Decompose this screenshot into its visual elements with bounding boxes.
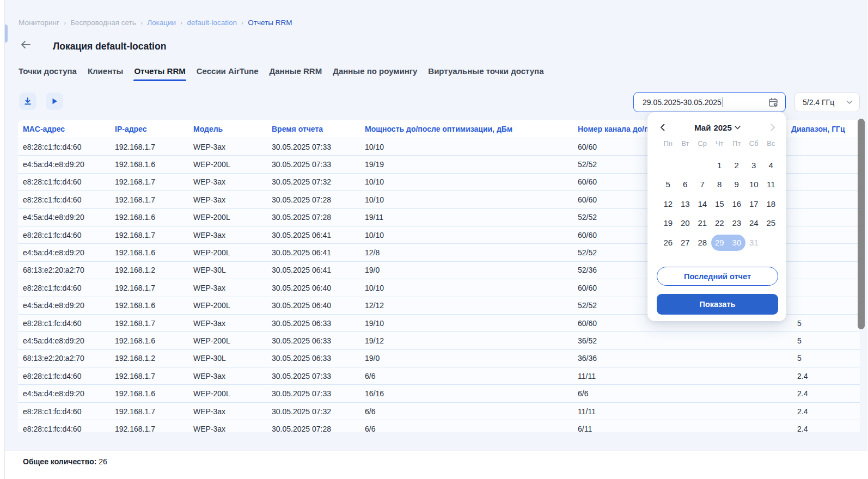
breadcrumb-item[interactable]: Локации [147,19,176,27]
breadcrumb-item[interactable]: default-location [187,19,237,27]
table-cell: 192.168.1.2 [110,349,188,367]
calendar-day[interactable]: 16 [728,196,745,212]
calendar-day[interactable]: 21 [694,215,711,231]
calendar-day[interactable]: 24 [745,215,763,231]
table-cell: 30.05.2025 07:32 [267,402,360,420]
table-cell: e8:28:c1:fc:d4:60 [18,314,110,331]
date-range-value: 29.05.2025-30.05.2025 [643,98,722,107]
month-year-selector[interactable]: Май 2025 [694,123,741,132]
calendar-day[interactable]: 15 [711,196,729,212]
band-select[interactable]: 5/2.4 ГГц [794,92,860,112]
calendar-day [694,157,711,174]
calendar-day [659,157,677,174]
calendar-day [762,235,780,251]
weekday-label: Ср [694,139,711,148]
weekday-label: Вт [677,139,694,148]
tab-rrm-data[interactable]: Данные RRM [269,66,323,81]
calendar-day[interactable]: 18 [762,196,780,212]
tab-virtual-access-points[interactable]: Виртуальные точки доступа [427,66,544,81]
calendar-day[interactable]: 2 [728,157,745,174]
table-cell: WEP-200L [188,155,267,173]
download-report-button[interactable] [19,93,36,110]
tab-roaming-data[interactable]: Данные по роумингу [332,66,418,81]
calendar-day[interactable]: 4 [762,157,780,174]
table-cell [786,191,860,208]
calendar-day[interactable]: 19 [659,215,677,231]
calendar-day[interactable]: 7 [694,176,711,193]
show-button[interactable]: Показать [657,294,778,315]
calendar-day[interactable]: 22 [711,215,729,231]
tab-airtune-sessions[interactable]: Сессии AirTune [196,66,259,81]
table-cell: WEP-3ax [188,138,267,155]
tab-access-points[interactable]: Точки доступа [18,66,77,81]
text-cursor [723,97,724,107]
table-cell: e8:28:c1:fc:d4:60 [18,420,110,432]
table-cell: WEP-200L [188,208,267,226]
table-cell: 192.168.1.7 [110,138,188,155]
calendar-day[interactable]: 3 [745,157,763,174]
year-label: 2025 [713,123,731,132]
calendar-day[interactable]: 9 [728,176,745,193]
breadcrumb-item[interactable]: Беспроводная сеть [70,19,136,27]
table-cell: WEP-3ax [188,173,267,191]
calendar-day[interactable]: 31 [745,235,763,251]
calendar-day[interactable]: 14 [694,196,711,212]
table-cell: WEP-3ax [188,314,267,331]
table-row[interactable]: e8:28:c1:fc:d4:60192.168.1.7WEP-3ax30.05… [18,367,860,384]
prev-month-button[interactable] [657,122,668,133]
breadcrumb-item[interactable]: Отчеты RRM [248,19,292,27]
calendar-day[interactable]: 5 [659,176,677,193]
table-cell [786,173,860,191]
calendar-day[interactable]: 26 [659,235,677,251]
date-range-input[interactable]: 29.05.2025-30.05.2025 [633,92,786,112]
table-row[interactable]: e8:28:c1:fc:d4:60192.168.1.7WEP-3ax30.05… [18,402,860,420]
tab-clients[interactable]: Клиенты [87,66,124,81]
run-optimization-button[interactable] [46,93,63,110]
table-cell: 12/8 [360,243,573,261]
table-cell: 19/10 [360,314,573,331]
table-cell: 6/6 [360,420,573,432]
calendar-clock-icon[interactable] [768,97,779,110]
calendar-day[interactable]: 17 [745,196,763,212]
table-row[interactable]: e8:28:c1:fc:d4:60192.168.1.7WEP-3ax30.05… [18,420,860,432]
weekday-label: Пн [659,139,677,148]
table-cell: WEP-30L [188,261,267,279]
calendar-day[interactable]: 30 [728,235,745,251]
back-button[interactable] [20,39,31,51]
chevron-right-icon [771,124,775,131]
table-cell: 19/11 [360,208,573,226]
last-report-button[interactable]: Последний отчет [657,267,778,286]
vertical-scrollbar-thumb[interactable] [858,119,865,329]
table-cell: WEP-3ax [188,191,267,208]
table-cell: 192.168.1.6 [110,208,188,226]
calendar-day[interactable]: 23 [728,215,745,231]
table-row[interactable]: e4:5a:d4:e8:d9:20192.168.1.6WEP-200L30.0… [18,331,860,349]
calendar-day[interactable]: 8 [711,176,729,193]
table-cell: 36/52 [573,331,786,349]
calendar-day[interactable]: 10 [745,176,763,193]
footer-divider [5,451,868,451]
table-row[interactable]: 68:13:e2:20:a2:70192.168.1.2WEP-30L30.05… [18,349,860,367]
weekday-label: Вс [762,139,780,148]
calendar-day[interactable]: 20 [677,215,694,231]
table-cell: 30.05.2025 06:41 [267,243,360,261]
table-cell: 36/36 [573,349,786,367]
table-cell: e8:28:c1:fc:d4:60 [18,226,110,243]
table-cell: 2.4 [786,384,860,402]
calendar-day[interactable]: 13 [677,196,694,212]
calendar-day[interactable]: 25 [762,215,780,231]
tab-rrm-reports[interactable]: Отчеты RRM [133,66,186,81]
calendar-day[interactable]: 11 [762,176,780,193]
calendar-day[interactable]: 28 [694,235,711,251]
breadcrumb-item[interactable]: Мониторинг [19,19,59,27]
table-cell: e4:5a:d4:e8:d9:20 [18,331,110,349]
calendar-day[interactable]: 29 [711,235,729,251]
calendar-day[interactable]: 12 [659,196,677,212]
table-row[interactable]: e4:5a:d4:e8:d9:20192.168.1.6WEP-200L30.0… [18,384,860,402]
calendar-day[interactable]: 1 [711,157,729,174]
table-cell: 192.168.1.6 [110,243,188,261]
calendar-day[interactable]: 27 [677,235,694,251]
next-month-button[interactable] [767,122,778,133]
calendar-day[interactable]: 6 [677,176,694,193]
breadcrumb-separator: › [64,19,66,27]
